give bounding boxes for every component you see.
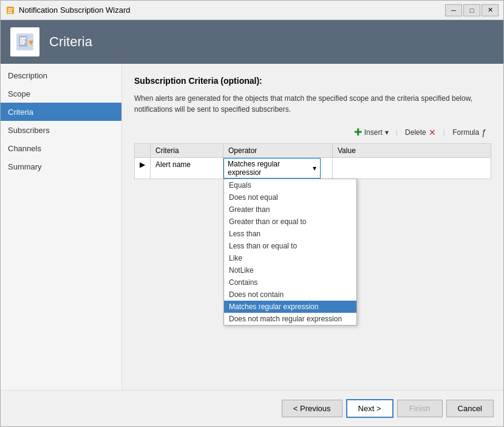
operator-dropdown[interactable]: Matches regular expressior ▾ Equals Does… [223,158,321,179]
dropdown-option-not-contains[interactable]: Does not contain [224,289,356,301]
close-button[interactable]: ✕ [482,4,499,16]
criteria-cell: Alert name [151,158,223,179]
sidebar-item-subscribers[interactable]: Subscribers [1,121,121,139]
insert-dropdown-arrow: ▾ [385,128,389,137]
sidebar-item-summary[interactable]: Summary [1,157,121,176]
criteria-toolbar: ✚ Insert ▾ | Delete ✕ | Formula ƒ [134,125,491,140]
dropdown-option-contains[interactable]: Contains [224,276,356,289]
insert-button[interactable]: ✚ Insert ▾ [349,125,393,140]
dropdown-selected-text: Matches regular expressior [228,160,313,177]
value-cell [333,158,491,179]
toolbar-divider: | [396,128,398,137]
dropdown-option-matches-regex[interactable]: Matches regular expression [224,301,356,313]
app-icon [5,5,15,15]
content-area: Description Scope Criteria Subscribers C… [1,64,503,390]
dropdown-option-equals[interactable]: Equals [224,179,356,191]
sidebar-item-channels[interactable]: Channels [1,139,121,157]
previous-button[interactable]: < Previous [282,400,342,417]
description-text: When alerts are generated for the object… [134,93,491,115]
header-icon [10,27,39,56]
title-bar: Notification Subscription Wizard ─ □ ✕ [1,1,503,20]
toolbar-divider2: | [443,128,445,137]
table-row: ▶ Alert name Matches regular expressior … [135,158,491,179]
main-panel: Subscription Criteria (optional): When a… [122,64,503,390]
svg-rect-1 [8,9,13,10]
dropdown-list: Equals Does not equal Greater than Great… [223,179,357,326]
criteria-table: Criteria Operator Value ▶ Alert name [134,143,491,179]
dropdown-option-notlike[interactable]: NotLike [224,264,356,276]
wizard-footer: < Previous Next > Finish Cancel [1,390,503,426]
svg-rect-9 [20,43,24,44]
sidebar-item-description[interactable]: Description [1,66,121,84]
delete-icon: ✕ [429,128,436,137]
sidebar-item-scope[interactable]: Scope [1,84,121,103]
next-button[interactable]: Next > [346,399,393,418]
dropdown-arrow-icon: ▾ [313,164,316,173]
dropdown-option-less-than[interactable]: Less than [224,228,356,240]
svg-rect-3 [8,12,12,13]
dropdown-option-greater-than[interactable]: Greater than [224,203,356,216]
header-banner: Criteria [1,20,503,64]
svg-rect-8 [20,41,26,43]
formula-icon: ƒ [482,128,486,137]
minimize-button[interactable]: ─ [445,4,462,16]
col-operator: Operator [223,144,333,158]
svg-rect-2 [8,10,12,12]
dropdown-option-like[interactable]: Like [224,252,356,264]
finish-button[interactable]: Finish [397,400,443,417]
cancel-button[interactable]: Cancel [446,400,494,417]
dropdown-display[interactable]: Matches regular expressior ▾ [223,158,321,179]
dropdown-option-gte[interactable]: Greater than or equal to [224,216,356,228]
col-value: Value [333,144,491,158]
dropdown-option-lte[interactable]: Less than or equal to [224,240,356,252]
header-title: Criteria [49,34,92,50]
window-controls: ─ □ ✕ [445,4,499,16]
col-criteria: Criteria [151,144,223,158]
section-title: Subscription Criteria (optional): [134,76,491,86]
operator-cell: Matches regular expressior ▾ Equals Does… [223,158,333,179]
wizard-window: Notification Subscription Wizard ─ □ ✕ C… [0,0,504,427]
dropdown-option-not-equal[interactable]: Does not equal [224,191,356,203]
row-arrow: ▶ [135,158,151,179]
sidebar: Description Scope Criteria Subscribers C… [1,64,122,390]
delete-button[interactable]: Delete ✕ [400,126,441,139]
svg-rect-7 [20,39,25,41]
window-title: Notification Subscription Wizard [19,5,445,15]
col-arrow [135,144,151,158]
sidebar-item-criteria[interactable]: Criteria [1,103,121,121]
svg-rect-6 [20,38,26,39]
maximize-button[interactable]: □ [463,4,480,16]
insert-icon: ✚ [354,126,362,138]
dropdown-option-not-matches-regex[interactable]: Does not match regular expression [224,313,356,325]
formula-button[interactable]: Formula ƒ [448,126,491,139]
